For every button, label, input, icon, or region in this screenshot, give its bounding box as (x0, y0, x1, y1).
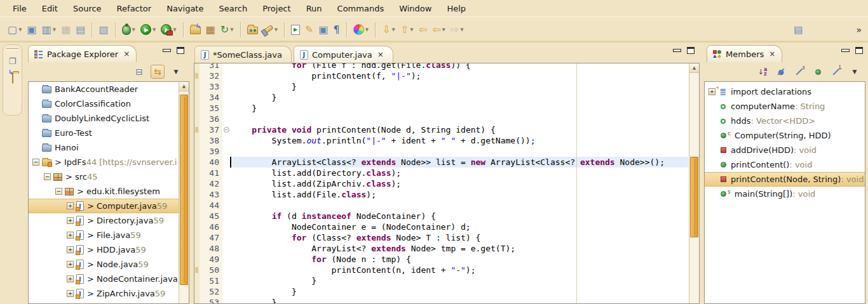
expand-icon[interactable]: + (67, 202, 74, 209)
dropdown-caret-icon[interactable]: ▼ (53, 27, 56, 32)
dropdown-caret-icon[interactable]: ▼ (365, 27, 369, 32)
tab-members[interactable]: Members × (707, 45, 782, 62)
minimized-view-folder-icon[interactable] (12, 74, 13, 83)
hide-static-members-button[interactable]: s (792, 65, 806, 79)
tree-item-hanoi[interactable]: Hanoi (29, 140, 189, 155)
menu-project[interactable]: Project (255, 1, 298, 16)
show-public-only-button[interactable] (811, 65, 825, 79)
prev-annotation-button[interactable]: ⇧▼ (398, 22, 416, 38)
sort-button[interactable]: ↓az (756, 65, 770, 79)
show-whitespace-button[interactable]: ¶ (331, 22, 342, 38)
package-explorer-scrollbar[interactable]: ▲ (179, 82, 189, 303)
drag-handle[interactable] (6, 48, 18, 50)
dropdown-caret-icon[interactable]: ▼ (153, 27, 156, 32)
menu-help[interactable]: Help (439, 1, 473, 16)
open-type-button[interactable] (245, 22, 261, 38)
search-button[interactable]: ▼ (261, 22, 280, 38)
fold-collapse-icon[interactable]: − (224, 127, 229, 133)
back-button[interactable]: ⇦▼ (430, 22, 448, 38)
link-with-editor-button[interactable]: ⇆ (151, 65, 165, 79)
member-item-computer-string-hdd[interactable]: cComputer(String, HDD) (705, 128, 865, 143)
run-last-launch-button[interactable]: ▶ (288, 22, 302, 38)
import-wizard-button[interactable] (187, 22, 203, 38)
tree-item-euro-test[interactable]: Euro-Test (29, 126, 189, 140)
menu-file[interactable]: File (5, 1, 34, 16)
perspective-java-icon[interactable]: ▤ (794, 24, 803, 36)
close-icon[interactable]: × (769, 50, 775, 58)
view-menu-button[interactable]: ▼ (848, 65, 862, 79)
dropdown-caret-icon[interactable]: ▼ (18, 27, 22, 32)
editor-tab-someclass-java[interactable]: J*SomeClass.java (194, 46, 292, 63)
collapse-icon[interactable]: − (32, 159, 39, 166)
code-editor[interactable]: 31 for (File f : hdd.get(File.class)) {3… (194, 63, 700, 304)
tree-item-node-java[interactable]: +J> Node.java 59 (29, 257, 189, 272)
expand-icon[interactable]: + (67, 261, 74, 268)
close-icon[interactable]: × (123, 50, 130, 58)
hide-local-types-button[interactable]: L (829, 65, 843, 79)
run-button[interactable]: ▶▼ (138, 22, 158, 38)
collapse-icon[interactable]: − (44, 173, 51, 180)
run-external-button[interactable]: ▶▼ (158, 22, 179, 38)
scrollbar-thumb[interactable] (690, 157, 698, 237)
expand-icon[interactable]: + (67, 246, 74, 253)
member-item-printcontent-node-string[interactable]: printContent(Node, String) : void (705, 172, 865, 187)
member-item-import-declarations[interactable]: +≣import declarations (705, 84, 865, 99)
dropdown-caret-icon[interactable]: ▼ (392, 27, 395, 32)
menu-search[interactable]: Search (211, 1, 255, 16)
menu-run[interactable]: Run (299, 1, 330, 16)
debug-button[interactable]: ▼ (119, 22, 138, 38)
menu-source[interactable]: Source (65, 1, 109, 16)
dropdown-caret-icon[interactable]: ▼ (132, 27, 135, 32)
scrollbar-thumb[interactable] (180, 95, 188, 285)
package-explorer-tree[interactable]: BankAccountReaderColorClassificationDoub… (28, 81, 189, 304)
refresh-button[interactable]: ↻▼ (218, 22, 236, 38)
menu-commands[interactable]: Commands (330, 1, 392, 16)
menu-refactor[interactable]: Refactor (109, 1, 159, 16)
new-file-button[interactable]: ▥▼ (39, 22, 59, 38)
tree-item-src[interactable]: −> src 45 (29, 169, 189, 184)
expand-icon[interactable]: + (67, 232, 74, 239)
tree-item-bankaccountreader[interactable]: BankAccountReader (29, 82, 189, 96)
member-item-adddrive-hdd[interactable]: addDrive(HDD) : void (705, 143, 865, 157)
minimize-button[interactable] (673, 49, 681, 52)
new-java-project-button[interactable]: ▣ (25, 22, 39, 38)
print-button[interactable]: ▤ (73, 22, 88, 38)
close-icon[interactable]: × (377, 50, 384, 59)
copy-book-button[interactable]: ▧ (96, 22, 111, 38)
member-item-main-string[interactable]: smain(String[]) : void (705, 187, 865, 201)
expand-icon[interactable]: + (67, 217, 74, 224)
new-junit-test-button[interactable]: ▦ (203, 22, 218, 38)
maximize-button[interactable] (855, 47, 863, 54)
new-wizard-button[interactable]: ▢▼ (5, 22, 25, 38)
dropdown-caret-icon[interactable]: ▼ (442, 27, 445, 32)
tree-item-nodecontainer-java[interactable]: +J> NodeContainer.java (29, 272, 189, 286)
last-edit-location-button[interactable]: ⇦ (416, 22, 430, 38)
tree-item-edu-kit-filesystem[interactable]: −> edu.kit.filesystem (29, 184, 189, 199)
save-button[interactable]: ▦ (58, 22, 73, 38)
tree-item-ziparchiv-java[interactable]: +J> ZipArchiv.java 59 (29, 286, 189, 301)
color-wheel-button[interactable]: ▼ (351, 22, 371, 38)
dropdown-caret-icon[interactable]: ▼ (230, 27, 233, 32)
expand-icon[interactable]: + (67, 275, 74, 282)
show-source-button[interactable]: ▣ (316, 22, 330, 38)
tree-item-file-java[interactable]: +J> File.java 59 (29, 228, 189, 242)
restore-views-icon[interactable]: ❐ (9, 56, 17, 66)
maximize-button[interactable] (687, 47, 695, 54)
next-annotation-button[interactable]: ⇩▼ (379, 22, 398, 38)
member-item-computername[interactable]: computerName : String (705, 99, 865, 114)
minimize-button[interactable] (841, 49, 850, 52)
scroll-up-icon[interactable]: ▲ (179, 82, 189, 91)
menu-edit[interactable]: Edit (34, 1, 65, 16)
collapse-icon[interactable]: − (55, 188, 62, 195)
toolbar-overflow-chevron[interactable]: » (856, 25, 860, 35)
scroll-up-icon[interactable]: ▲ (689, 63, 699, 73)
collapse-all-button[interactable]: ⊟ (132, 65, 146, 79)
menu-window[interactable]: Window (391, 1, 439, 16)
minimize-button[interactable] (163, 49, 171, 52)
tree-item-computer-java[interactable]: +J> Computer.java 59 (29, 199, 189, 213)
members-list[interactable]: +≣import declarationscomputerName : Stri… (704, 81, 865, 304)
forward-button[interactable]: ⇨▼ (448, 22, 466, 38)
tree-item-ipdfs[interactable]: −> IpdFs 44 [https://svnserver.i (29, 155, 189, 169)
member-item-hdds[interactable]: hdds : Vector<HDD> (705, 114, 865, 128)
tree-item-colorclassification[interactable]: ColorClassification (29, 96, 189, 111)
